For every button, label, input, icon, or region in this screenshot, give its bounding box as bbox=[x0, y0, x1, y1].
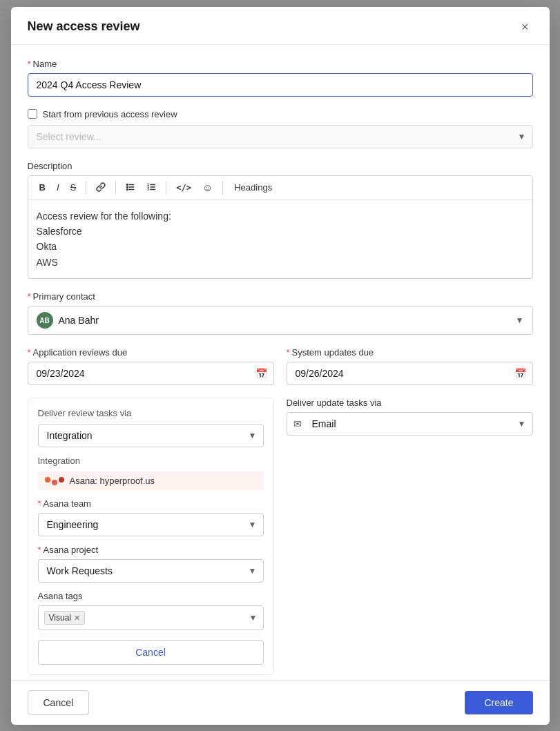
start-from-checkbox-row: Start from previous access review bbox=[28, 109, 533, 119]
system-updates-due-label: * System updates due bbox=[287, 347, 533, 358]
asana-tags-wrapper[interactable]: Visual ✕ ▼ bbox=[38, 605, 264, 630]
integration-row: Asana: hyperproof.us bbox=[38, 471, 264, 490]
footer-cancel-button[interactable]: Cancel bbox=[28, 690, 90, 715]
new-access-review-modal: New access review × * Name Start from pr… bbox=[11, 7, 550, 725]
select-review-dropdown[interactable]: Select review... bbox=[28, 125, 533, 148]
deliver-review-wrapper: Integration Email ▼ bbox=[38, 424, 264, 447]
deliver-update-section: Deliver update tasks via ✉ Email Integra… bbox=[287, 398, 533, 675]
select-review-wrapper: Select review... ▼ bbox=[28, 125, 533, 148]
description-group: Description B I S bbox=[28, 161, 533, 280]
modal-body: * Name Start from previous access review… bbox=[11, 45, 550, 680]
toolbar-sep-4 bbox=[222, 182, 223, 194]
required-star-app: * bbox=[28, 347, 31, 358]
contact-avatar: AB bbox=[37, 312, 53, 329]
tag-remove-button[interactable]: ✕ bbox=[74, 614, 80, 622]
description-box: B I S 123 bbox=[28, 175, 533, 280]
deliver-update-dropdown[interactable]: Email Integration bbox=[287, 412, 533, 436]
toolbar-sep-2 bbox=[115, 182, 116, 194]
integration-subform: Integration Asana: hyperproof.us bbox=[38, 456, 264, 490]
primary-contact-group: * Primary contact AB Ana Bahr ▼ bbox=[28, 291, 533, 335]
bullet-list-button[interactable] bbox=[122, 180, 139, 195]
app-reviews-due-wrapper: 📅 bbox=[28, 362, 274, 385]
link-button[interactable] bbox=[92, 180, 110, 195]
strikethrough-button[interactable]: S bbox=[66, 181, 81, 194]
description-label: Description bbox=[28, 161, 533, 171]
required-star-team: * bbox=[38, 498, 41, 509]
asana-project-label: * Asana project bbox=[38, 545, 264, 555]
integration-label: Integration bbox=[38, 456, 264, 466]
code-button[interactable]: </> bbox=[172, 182, 195, 194]
asana-team-wrapper: Engineering ▼ bbox=[38, 513, 264, 536]
system-updates-due-group: * System updates due 📅 bbox=[287, 347, 533, 385]
start-from-checkbox[interactable] bbox=[28, 109, 37, 119]
asana-project-group: * Asana project Work Requests ▼ bbox=[38, 545, 264, 583]
numbered-list-button[interactable]: 123 bbox=[142, 180, 160, 195]
deliver-update-label: Deliver update tasks via bbox=[287, 398, 533, 408]
svg-text:3: 3 bbox=[147, 187, 149, 191]
asana-icon bbox=[45, 477, 64, 485]
deliver-review-section: Deliver review tasks via Integration Ema… bbox=[28, 398, 274, 675]
asana-team-label: * Asana team bbox=[38, 498, 264, 509]
asana-project-dropdown[interactable]: Work Requests bbox=[38, 559, 264, 583]
asana-team-group: * Asana team Engineering ▼ bbox=[38, 498, 264, 536]
name-group: * Name bbox=[28, 59, 533, 97]
contact-dropdown-arrow: ▼ bbox=[516, 315, 524, 325]
footer-create-button[interactable]: Create bbox=[465, 691, 532, 714]
inner-cancel-button[interactable]: Cancel bbox=[38, 640, 264, 665]
italic-button[interactable]: I bbox=[52, 181, 64, 194]
svg-point-3 bbox=[127, 184, 128, 185]
deliver-review-dropdown[interactable]: Integration Email bbox=[38, 424, 264, 447]
asana-tag-visual: Visual ✕ bbox=[44, 611, 85, 625]
asana-dot-2 bbox=[52, 480, 57, 485]
integration-name: Asana: hyperproof.us bbox=[70, 476, 155, 486]
app-reviews-due-group: * Application reviews due 📅 bbox=[28, 347, 274, 385]
deliver-update-wrapper: ✉ Email Integration ▼ bbox=[287, 412, 533, 436]
deliver-section: Deliver review tasks via Integration Ema… bbox=[28, 398, 533, 675]
required-star-contact: * bbox=[28, 291, 31, 302]
required-star-project: * bbox=[38, 545, 41, 555]
required-star-name: * bbox=[28, 59, 31, 69]
modal-header: New access review × bbox=[11, 7, 550, 45]
svg-point-4 bbox=[127, 186, 128, 188]
dates-row: * Application reviews due 📅 * System upd… bbox=[28, 347, 533, 398]
asana-tags-label: Asana tags bbox=[38, 591, 264, 601]
svg-point-5 bbox=[127, 188, 128, 190]
description-content[interactable]: Access review for the following: Salesfo… bbox=[28, 200, 532, 279]
modal-footer: Cancel Create bbox=[11, 680, 550, 725]
asana-project-wrapper: Work Requests ▼ bbox=[38, 559, 264, 583]
headings-button[interactable]: Headings bbox=[229, 181, 278, 194]
start-from-group: Start from previous access review Select… bbox=[28, 109, 533, 148]
primary-contact-label: * Primary contact bbox=[28, 291, 533, 302]
asana-dot-1 bbox=[45, 477, 50, 483]
system-updates-due-input[interactable] bbox=[287, 362, 533, 385]
name-label: * Name bbox=[28, 59, 533, 69]
contact-name: Ana Bahr bbox=[59, 315, 510, 326]
asana-dot-3 bbox=[59, 477, 64, 483]
primary-contact-select[interactable]: AB Ana Bahr ▼ bbox=[28, 306, 533, 335]
description-toolbar: B I S 123 bbox=[28, 176, 532, 200]
modal-title: New access review bbox=[28, 19, 140, 34]
app-reviews-due-label: * Application reviews due bbox=[28, 347, 274, 358]
asana-team-dropdown[interactable]: Engineering bbox=[38, 513, 264, 536]
bold-button[interactable]: B bbox=[35, 181, 50, 194]
required-star-system: * bbox=[287, 347, 290, 358]
toolbar-sep-3 bbox=[166, 182, 166, 194]
close-button[interactable]: × bbox=[517, 19, 533, 35]
system-updates-due-wrapper: 📅 bbox=[287, 362, 533, 385]
asana-tags-group: Asana tags Visual ✕ ▼ bbox=[38, 591, 264, 630]
tags-dropdown-arrow: ▼ bbox=[249, 613, 258, 623]
app-reviews-due-input[interactable] bbox=[28, 362, 274, 385]
name-input[interactable] bbox=[28, 73, 533, 97]
start-from-label: Start from previous access review bbox=[43, 109, 177, 119]
deliver-review-label: Deliver review tasks via bbox=[38, 408, 264, 418]
modal-overlay: New access review × * Name Start from pr… bbox=[0, 0, 560, 731]
emoji-button[interactable]: ☺ bbox=[198, 180, 217, 195]
toolbar-sep-1 bbox=[86, 182, 86, 194]
tag-label: Visual bbox=[49, 613, 71, 623]
